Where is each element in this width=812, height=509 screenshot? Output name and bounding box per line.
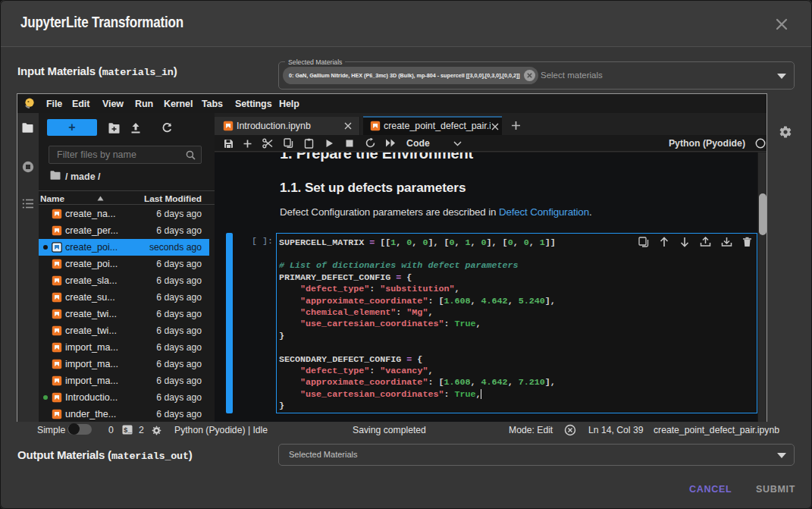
- svg-text:$_: $_: [124, 427, 132, 435]
